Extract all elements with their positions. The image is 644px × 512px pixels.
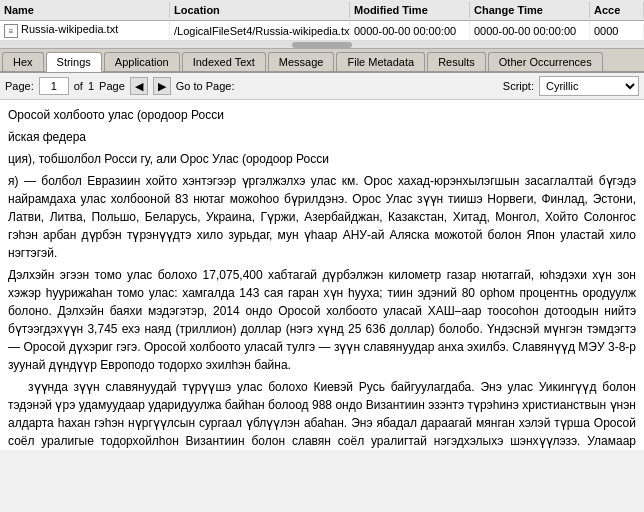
page-nav-label: Page [99,80,125,92]
content-para-3: зүүнда зүүн славянуудай түрүүшэ улас бол… [8,378,636,450]
col-header-access: Acce [590,2,644,18]
file-access-cell: 0000 [590,23,644,39]
col-header-location: Location [170,2,350,18]
col-header-modified: Modified Time [350,2,470,18]
next-page-button[interactable]: ▶ [153,77,171,95]
table-row[interactable]: ≡Russia-wikipedia.txt /LogicalFileSet4/R… [0,21,644,41]
tab-hex[interactable]: Hex [2,52,44,71]
tabs-bar: Hex Strings Application Indexed Text Mes… [0,49,644,73]
go-to-label: Go to Page: [176,80,235,92]
col-header-name: Name [0,2,170,18]
content-para-2: Дэлхэйн эгээн томо улас болохо 17,075,40… [8,266,636,374]
tab-application[interactable]: Application [104,52,180,71]
tab-message[interactable]: Message [268,52,335,71]
col-header-change: Change Time [470,2,590,18]
tab-strings[interactable]: Strings [46,52,102,72]
file-name-cell: ≡Russia-wikipedia.txt [0,21,170,39]
content-line-1: Оросой холбоото улас (ородоор Росси [8,106,636,124]
script-select[interactable]: Cyrillic Latin Arabic Chinese [539,76,639,96]
table-header: Name Location Modified Time Change Time … [0,0,644,21]
file-location-cell: /LogicalFileSet4/Russia-wikipedia.txt [170,23,350,39]
file-modified-cell: 0000-00-00 00:00:00 [350,23,470,39]
page-label: Page: [5,80,34,92]
script-label: Script: [503,80,534,92]
tab-results[interactable]: Results [427,52,486,71]
scrollbar-thumb[interactable] [292,42,352,48]
content-line-3: ция), тобшолбол Росси гу, али Орос Улас … [8,150,636,168]
content-line-2: йская федера [8,128,636,146]
total-pages: 1 [88,80,94,92]
file-change-cell: 0000-00-00 00:00:00 [470,23,590,39]
file-icon: ≡ [4,24,18,38]
horizontal-scrollbar[interactable] [0,41,644,49]
page-input[interactable] [39,77,69,95]
toolbar: Page: of 1 Page ◀ ▶ Go to Page: Script: … [0,73,644,100]
content-area[interactable]: Оросой холбоото улас (ородоор Росси йска… [0,100,644,450]
of-label: of [74,80,83,92]
prev-page-button[interactable]: ◀ [130,77,148,95]
tab-file-metadata[interactable]: File Metadata [336,52,425,71]
tab-other-occurrences[interactable]: Other Occurrences [488,52,603,71]
tab-indexed-text[interactable]: Indexed Text [182,52,266,71]
content-para-1: я) — болбол Евразиин хойто хэнтэгээр үрг… [8,172,636,262]
